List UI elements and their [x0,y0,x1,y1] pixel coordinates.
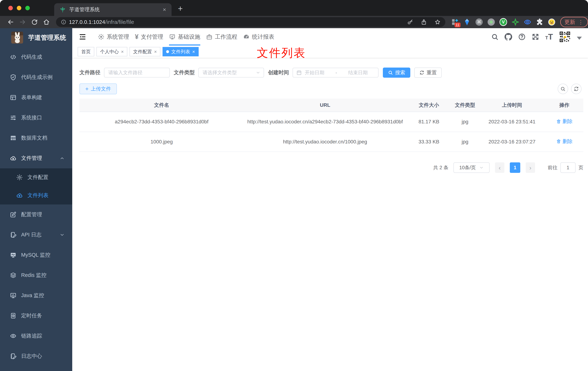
extension-eye-icon[interactable] [524,18,531,26]
date-range-picker[interactable]: 开始日期 - 结束日期 [293,68,378,77]
site-info-icon[interactable] [61,19,66,25]
topnav-item-reports[interactable]: 统计报表 [240,28,277,45]
browser-menu-icon[interactable]: ⋮ [578,19,584,25]
browser-tab[interactable]: 芋道管理系统 × [54,3,172,16]
monitor-check-icon [169,34,176,40]
briefcase-icon [206,34,212,40]
prev-page-button[interactable]: ‹ [495,162,504,173]
sidebar-item-log-center[interactable]: 日志中心 [0,346,72,366]
tag-close-icon[interactable]: × [154,49,157,54]
sidebar: 芋道管理系统 代码生成 代码生成示例 表单构建 系统接口 数据库文档 [0,28,72,371]
back-icon[interactable] [7,19,14,25]
refresh-table-button[interactable] [571,84,581,94]
github-icon[interactable] [504,33,512,41]
delete-button[interactable]: 删除 [556,138,573,145]
avatar-caret-icon[interactable] [577,37,582,40]
topnav-item-workflow[interactable]: 工作流程 [203,28,240,45]
url-bar[interactable]: 127.0.0.1:1024/infra/file/file [56,17,445,27]
sidebar-logo[interactable]: 芋道管理系统 [0,28,72,47]
reload-icon[interactable] [31,19,38,25]
browser-chrome: 芋道管理系统 × + 127.0.0.1:1024/infra/ [0,0,588,28]
eye-icon [10,333,16,339]
page-size-select[interactable]: 10条/页 [453,162,490,173]
bookmark-star-icon[interactable] [434,19,441,25]
tag-close-icon[interactable]: × [121,49,124,54]
cell-uploadtime: 2022-03-16 23:51:41 [479,112,545,131]
extensions-area: 11 ⌘ V [451,18,556,26]
database-table-icon [10,135,16,141]
col-header-url: URL [244,99,406,112]
extension-star-icon[interactable] [512,18,519,26]
next-page-button[interactable]: › [526,162,535,173]
font-size-icon[interactable]: TT [545,34,553,40]
sidebar-item-code-demo[interactable]: 代码生成示例 [0,67,72,87]
page-number-button[interactable]: 1 [510,162,520,173]
sidebar-item-config-management[interactable]: 配置管理 [0,204,72,225]
fullscreen-icon[interactable] [532,33,539,41]
delete-button[interactable]: 删除 [556,117,573,125]
pagination: 共 2 条 10条/页 ‹ 1 › 前往 页 [72,162,583,173]
doc-clock-icon [10,312,16,319]
sidebar-item-api-log[interactable]: API 日志 [0,225,72,245]
close-window-button[interactable] [8,6,13,10]
tag-profile[interactable]: 个人中心× [96,47,127,56]
toggle-search-button[interactable] [558,84,568,94]
sidebar-item-code-gen[interactable]: 代码生成 [0,47,72,67]
tag-home[interactable]: 首页 [78,47,94,56]
cell-filename: a294ecb2-73dd-4353-bf40-296b8931d0bf [79,112,244,131]
reset-button[interactable]: 重置 [414,68,442,78]
sidebar-item-db-doc[interactable]: 数据库文档 [0,128,72,148]
table-header-row: 文件名 URL 文件大小 文件类型 上传时间 操作 [79,99,583,112]
minimize-window-button[interactable] [17,6,21,10]
file-path-input[interactable] [104,68,170,77]
end-date-placeholder[interactable]: 结束日期 [341,69,368,76]
goto-page-input[interactable] [560,162,576,173]
browser-update-button[interactable]: 更新 ⋮ [560,17,588,27]
sidebar-item-file-management[interactable]: 文件管理 [0,148,72,168]
file-type-select[interactable]: 请选择文件类型 [198,68,264,77]
upload-file-button[interactable]: + 上传文件 [79,84,117,94]
help-icon[interactable] [518,33,526,41]
tag-file-list[interactable]: 文件列表× [163,47,199,56]
page-unit-label: 页 [578,164,583,171]
search-icon[interactable] [491,33,499,41]
sidebar-item-tracing[interactable]: 链路追踪 [0,326,72,346]
url-host: 127.0.0.1:1024 [69,19,105,25]
password-key-icon[interactable] [407,19,413,25]
sidebar-item-file-config[interactable]: 文件配置 [0,168,72,186]
forward-icon[interactable] [19,19,26,25]
start-date-placeholder[interactable]: 开始日期 [305,69,332,76]
sidebar-item-form-builder[interactable]: 表单构建 [0,87,72,108]
favicon-plant-icon [60,7,66,13]
gear-icon [16,174,23,181]
tags-view-bar: 首页 个人中心× 文件配置× 文件列表× [72,45,588,58]
extension-emoji-icon[interactable] [548,18,556,26]
code-icon [10,54,16,60]
share-icon[interactable] [421,19,427,25]
home-icon[interactable] [43,19,50,25]
new-tab-button[interactable]: + [178,4,183,13]
extension-v-icon[interactable]: V [500,18,507,26]
sidebar-item-scheduled-tasks[interactable]: 定时任务 [0,306,72,326]
sidebar-item-redis-monitor[interactable]: Redis 监控 [0,265,72,285]
sidebar-item-mysql-monitor[interactable]: MySQL 监控 [0,245,72,265]
sidebar-item-java-monitor[interactable]: Java 监控 [0,285,72,306]
extension-command-icon[interactable]: ⌘ [475,18,483,26]
browser-toolbar: 127.0.0.1:1024/infra/file/file [0,16,588,28]
topnav-item-payment[interactable]: ¥ 支付管理 [132,28,166,45]
extension-puzzle-icon[interactable] [536,18,543,26]
zoom-window-button[interactable] [25,6,30,10]
sidebar-item-system-api[interactable]: 系统接口 [0,108,72,128]
sidebar-item-file-list[interactable]: 文件列表 [0,186,72,204]
extension-balloon-icon[interactable] [463,18,471,26]
avatar-qr-image[interactable] [559,31,571,43]
tab-close-icon[interactable]: × [163,7,166,12]
extension-grid-icon[interactable]: 11 [451,18,459,26]
tag-close-icon[interactable]: × [192,49,195,54]
extension-gray-dot-icon[interactable] [487,18,495,26]
topnav-item-infrastructure[interactable]: 基础设施 [166,28,203,45]
sidebar-fold-icon[interactable] [78,33,87,41]
topnav-item-system[interactable]: 系统管理 [95,28,132,45]
search-button[interactable]: 搜索 [383,68,410,78]
tag-file-config[interactable]: 文件配置× [129,47,160,56]
